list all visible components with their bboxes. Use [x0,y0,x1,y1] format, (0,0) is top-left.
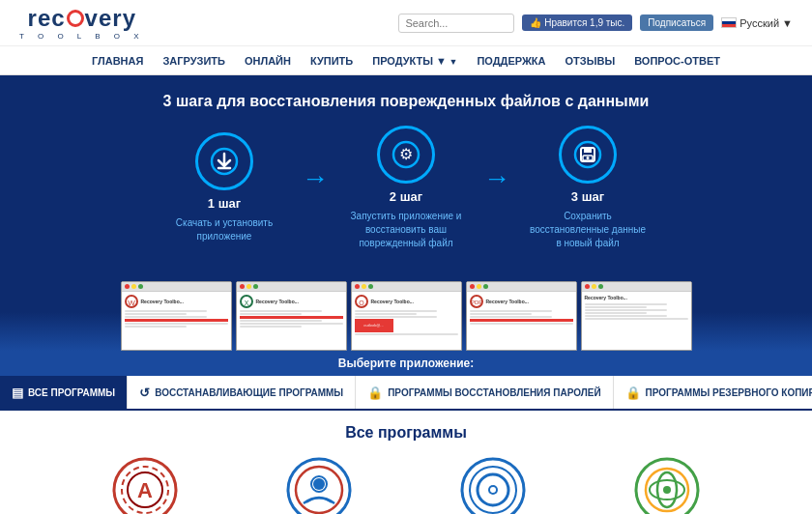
nav-support[interactable]: ПОДДЕРЖКА [477,55,545,67]
program-card-access[interactable]: A Recovery Toolbox for Access [68,455,222,514]
fb-like-button[interactable]: 👍 Нравится 1,9 тыс. [522,14,632,31]
logo: rec very T O O L B O X [19,5,145,41]
logo-toolbox: T O O L B O X [19,32,145,41]
logo-o [67,10,84,27]
nav-faq[interactable]: ВОПРОС-ОТВЕТ [634,55,720,67]
screenshot-2: X Recovery Toolbo... [236,281,347,351]
nav-reviews[interactable]: ОТЗЫВЫ [566,55,616,67]
app-select-label: Выберите приложение: [0,351,812,376]
screenshot-1: W Recovery Toolbo... [121,281,232,351]
svg-text:O: O [359,300,364,306]
svg-point-8 [587,157,590,159]
top-bar: rec very T O O L B O X 👍 Нравится 1,9 ты… [0,0,812,46]
nav-buy[interactable]: КУПИТЬ [310,55,353,67]
steps-container: 1 шаг Скачать и установитьприложение → ⚙… [39,126,773,250]
svg-rect-6 [584,148,592,153]
program-card-cd[interactable]: Recovery Toolbox for CD Free [416,455,570,514]
step-2-icon: ⚙ [377,126,435,184]
programs-grid: A Recovery Toolbox for Access Recovery T… [19,455,793,514]
tab-password-icon: 🔒 [367,386,383,400]
hero-section: 3 шага для восстановления поврежденных ф… [0,75,812,273]
svg-text:⚙: ⚙ [399,146,413,162]
svg-text:PDF: PDF [471,300,482,305]
program-icon-addressbook [284,455,354,514]
logo-rec: rec [28,5,66,32]
step-2: ⚙ 2 шаг Запустить приложение ивосстанови… [338,126,474,250]
program-icon-coreldraw [632,455,702,514]
screenshots-strip: W Recovery Toolbo... X Recovery Toolbo..… [0,273,812,351]
language-selector[interactable]: Русский ▼ [721,17,793,29]
tab-all-programs-icon: ▤ [12,386,23,400]
nav-download[interactable]: ЗАГРУЗИТЬ [162,55,225,67]
step-2-desc: Запустить приложение ивосстановить вашпо… [351,210,462,250]
tab-recovery-label: ВОССТАНАВЛИВАЮЩИЕ ПРОГРАММЫ [155,387,343,398]
tabs-bar: ▤ ВСЕ ПРОГРАММЫ ↺ ВОССТАНАВЛИВАЮЩИЕ ПРОГ… [0,376,812,411]
tab-recovery-programs[interactable]: ↺ ВОССТАНАВЛИВАЮЩИЕ ПРОГРАММЫ [128,376,356,409]
program-card-addressbook[interactable]: Recovery Toolbox for AddressBook [242,455,396,514]
screenshot-4: PDF Recovery Toolbo... [466,281,577,351]
tab-password-programs[interactable]: 🔒 ПРОГРАММЫ ВОССТАНОВЛЕНИЯ ПАРОЛЕЙ [356,376,613,409]
tab-password-label: ПРОГРАММЫ ВОССТАНОВЛЕНИЯ ПАРОЛЕЙ [388,387,600,398]
search-input[interactable] [398,14,514,33]
step-3-desc: Сохранитьвосстановленные данныев новый ф… [530,210,646,250]
arrow-2: → [483,163,510,194]
svg-text:X: X [244,300,248,306]
top-right: 👍 Нравится 1,9 тыс. Подписаться Русский … [398,14,793,33]
svg-text:A: A [137,478,153,502]
tab-backup-programs[interactable]: 🔒 ПРОГРАММЫ РЕЗЕРВНОГО КОПИРОВАНИЯ [614,376,812,409]
program-icon-cd [458,455,528,514]
svg-point-4 [575,142,600,167]
vk-subscribe-button[interactable]: Подписаться [640,14,713,31]
screenshot-5: Recovery Toolbo... [581,281,692,351]
flag-icon [721,17,737,28]
hero-title: 3 шага для восстановления поврежденных ф… [39,93,773,110]
lang-label: Русский ▼ [740,17,793,29]
svg-point-34 [663,486,671,494]
nav-online[interactable]: ОНЛАЙН [245,55,291,67]
step-1-desc: Скачать и установитьприложение [176,216,273,243]
nav-products[interactable]: ПРОДУКТЫ ▼ [372,55,457,67]
svg-text:W: W [128,299,135,307]
programs-section: Все программы A Recovery Toolbox for Acc… [0,411,812,514]
step-3-label: 3 шаг [571,189,604,204]
screenshot-3: O Recovery Toolbo... outlook@... [351,281,462,351]
tab-all-programs[interactable]: ▤ ВСЕ ПРОГРАММЫ [0,376,128,409]
tab-backup-icon: 🔒 [625,386,641,400]
arrow-1: → [302,163,329,194]
nav-bar: ГЛАВНАЯ ЗАГРУЗИТЬ ОНЛАЙН КУПИТЬ ПРОДУКТЫ… [0,46,812,75]
program-card-coreldraw[interactable]: Recovery Toolbox forCorelDraw [590,455,744,514]
tab-all-programs-label: ВСЕ ПРОГРАММЫ [28,387,115,398]
logo-very: very [85,5,136,32]
tab-recovery-icon: ↺ [139,386,150,400]
step-1: 1 шаг Скачать и установитьприложение [157,132,292,243]
program-icon-access: A [110,455,180,514]
step-1-label: 1 шаг [208,196,241,211]
step-2-label: 2 шаг [390,189,422,204]
tab-backup-label: ПРОГРАММЫ РЕЗЕРВНОГО КОПИРОВАНИЯ [646,387,812,398]
step-3-icon [559,126,617,184]
step-1-icon [195,132,253,190]
programs-title: Все программы [19,424,793,442]
nav-home[interactable]: ГЛАВНАЯ [92,55,143,67]
svg-point-29 [490,487,496,493]
svg-point-24 [313,478,325,490]
step-3: 3 шаг Сохранитьвосстановленные данныев н… [520,126,655,250]
